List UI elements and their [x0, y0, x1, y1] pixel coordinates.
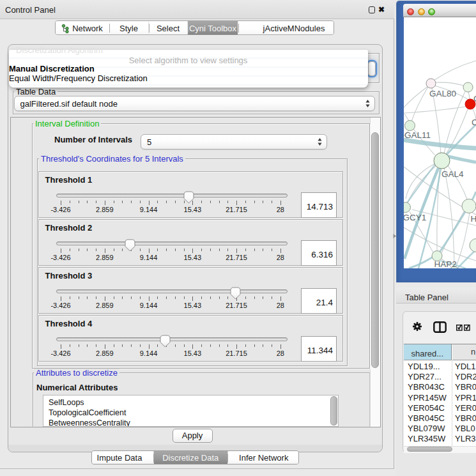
svg-text:GAL11: GAL11: [404, 130, 431, 140]
svg-text:GAL80: GAL80: [429, 89, 456, 98]
svg-text:G.: G.: [473, 94, 476, 104]
svg-text:GCY1: GCY1: [404, 213, 426, 222]
svg-text:HAP2: HAP2: [434, 259, 457, 268]
svg-text:C: C: [472, 118, 476, 127]
svg-text:H: H: [471, 214, 476, 224]
svg-text:GAL4: GAL4: [441, 169, 464, 179]
